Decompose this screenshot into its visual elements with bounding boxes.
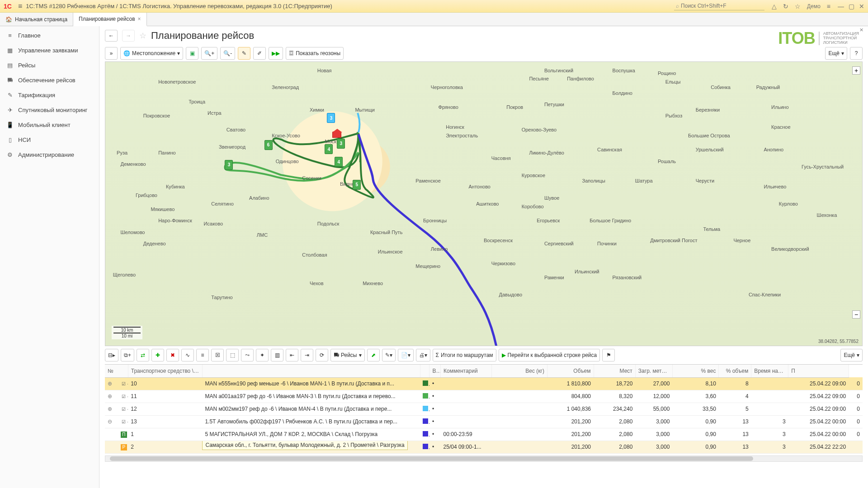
- edit-trip-button[interactable]: ✎▾: [382, 349, 396, 361]
- fit-button[interactable]: ▣: [186, 47, 198, 60]
- favorite-icon[interactable]: ☆: [139, 31, 146, 41]
- goto-row-button[interactable]: ▶Перейти к выбранной строке рейса: [499, 349, 600, 361]
- minimize-icon[interactable]: —: [838, 3, 844, 10]
- table-row[interactable]: ⊖☑131.5Т Автомобиль ф002фф197 \ Рябченко…: [105, 415, 863, 428]
- close-icon[interactable]: ✕: [859, 3, 864, 10]
- col-header[interactable]: Транспортное средство \ Водитель \ Контр…: [128, 365, 202, 377]
- map-marker[interactable]: 4: [325, 144, 333, 154]
- page-close-icon[interactable]: ✕: [859, 27, 863, 33]
- sidebar-item-2[interactable]: ▤Рейсы: [0, 58, 99, 73]
- map[interactable]: НоваяВольгинскийВоспушкаПанфиловоНовопет…: [105, 61, 863, 346]
- city-label: Савинская: [597, 147, 622, 152]
- expand-all-button[interactable]: ⇥: [301, 349, 313, 361]
- table-row[interactable]: П15 МАГИСТРАЛЬНАЯ УЛ., ДОМ 7 КОР. 2, МОС…: [105, 428, 863, 441]
- expand-icon[interactable]: ⊖: [108, 418, 112, 425]
- col-header[interactable]: [420, 365, 429, 377]
- tab-close-icon[interactable]: ×: [138, 16, 141, 22]
- map-zoom-out-icon[interactable]: −: [852, 310, 860, 319]
- table-row[interactable]: ⊕☑12MAN м002мм197 реф до -6 \ Иванов MAN…: [105, 403, 863, 415]
- col-header[interactable]: Комментарий: [441, 365, 492, 377]
- show-geozones-button[interactable]: ☲ Показать геозоны: [286, 47, 344, 60]
- sidebar-item-7[interactable]: ▯НСИ: [0, 132, 99, 147]
- map-marker[interactable]: [332, 131, 341, 138]
- bottom-more-button[interactable]: Ещё▾: [840, 349, 863, 361]
- col-header[interactable]: Временное окно: [429, 365, 441, 377]
- col-header[interactable]: Мест: [594, 365, 635, 377]
- col-header[interactable]: Время начала: [751, 365, 788, 377]
- city-label: Березняки: [696, 107, 720, 113]
- help-button[interactable]: ?: [850, 47, 863, 60]
- print-button[interactable]: 🖨▾: [416, 349, 430, 361]
- location-dropdown[interactable]: 🌐 Местоположение ▾: [120, 47, 183, 60]
- optimize-button[interactable]: ✦: [256, 349, 269, 361]
- h-scrollbar[interactable]: [105, 455, 863, 462]
- back-button[interactable]: ←: [105, 30, 118, 42]
- tab-planning[interactable]: Планирование рейсов ×: [73, 13, 146, 26]
- table-row[interactable]: P2Самарская обл., г. Тольятти, бульвар М…: [105, 441, 863, 453]
- expand-icon[interactable]: ⊕: [108, 406, 112, 412]
- col-header[interactable]: №: [105, 365, 128, 377]
- sidebar-item-4[interactable]: ✎Тарификация: [0, 88, 99, 103]
- columns-button[interactable]: ▥: [271, 349, 283, 361]
- demo-label[interactable]: Демо: [807, 3, 821, 9]
- forward-button[interactable]: →: [122, 30, 135, 42]
- swap-button[interactable]: ⇄: [137, 349, 149, 361]
- sidebar-item-5[interactable]: ✈Спутниковый мониторинг: [0, 103, 99, 117]
- collapse-button[interactable]: ⇤: [286, 349, 298, 361]
- tree-button[interactable]: ⊟▸: [105, 349, 118, 361]
- map-marker[interactable]: 6: [264, 140, 273, 150]
- search-input[interactable]: [681, 3, 763, 9]
- add-point-button[interactable]: ✚: [151, 349, 164, 361]
- map-marker[interactable]: 4: [335, 157, 343, 167]
- bell-icon[interactable]: △: [772, 3, 777, 10]
- zoom-out-button[interactable]: 🔍-: [220, 47, 235, 60]
- clear-button[interactable]: ☒: [211, 349, 224, 361]
- play-button[interactable]: ▶▶: [269, 47, 283, 60]
- expand-icon[interactable]: ⊕: [108, 393, 112, 399]
- maximize-icon[interactable]: ▢: [849, 3, 854, 10]
- doc-button[interactable]: 📄▾: [398, 349, 414, 361]
- map-marker[interactable]: 3: [225, 160, 233, 170]
- history-icon[interactable]: ↻: [783, 3, 788, 10]
- sidebar-item-3[interactable]: ⛟Обеспечение рейсов: [0, 73, 99, 88]
- col-header[interactable]: Объем: [547, 365, 594, 377]
- edit-button[interactable]: ✐: [253, 47, 266, 60]
- map-marker[interactable]: 5: [353, 180, 361, 190]
- route-totals-button[interactable]: ΣИтоги по маршрутам: [433, 349, 496, 361]
- map-more-button[interactable]: Ещё▾: [825, 47, 847, 60]
- draw-line-button[interactable]: ✎: [238, 47, 250, 60]
- col-header[interactable]: % объем: [719, 365, 751, 377]
- map-marker[interactable]: 3: [327, 113, 335, 123]
- select-area-button[interactable]: ⬚: [226, 349, 239, 361]
- col-header[interactable]: П: [788, 365, 849, 377]
- tab-home[interactable]: 🏠 Начальная страница: [0, 13, 73, 26]
- expand-icon[interactable]: ⊕: [108, 380, 112, 387]
- table-row[interactable]: ⊕☑11MAN а001аа197 реф до -6 \ Иванов MAN…: [105, 390, 863, 403]
- copy-button[interactable]: ⧉+: [121, 349, 134, 361]
- trips-dropdown[interactable]: ⛟ Рейсы ▾: [330, 349, 364, 361]
- search-box[interactable]: ⌕: [674, 2, 764, 10]
- route-button[interactable]: ⤳: [241, 349, 254, 361]
- burger-icon[interactable]: ≡: [18, 2, 22, 10]
- col-header[interactable]: Загр. метров: [635, 365, 672, 377]
- refresh-button[interactable]: ⟳: [316, 349, 328, 361]
- map-zoom-in-icon[interactable]: +: [852, 66, 860, 75]
- col-header[interactable]: % вес: [672, 365, 719, 377]
- expand-button[interactable]: »: [105, 47, 118, 60]
- menu-icon[interactable]: ≡: [827, 3, 830, 10]
- remove-point-button[interactable]: ✖: [166, 349, 179, 361]
- star-icon[interactable]: ☆: [795, 3, 801, 10]
- col-header[interactable]: Вес (кг): [491, 365, 547, 377]
- sidebar-item-1[interactable]: ▦Управление заявками: [0, 43, 99, 58]
- flag-button[interactable]: ⚑: [602, 349, 615, 361]
- sidebar-item-8[interactable]: ⚙Администрирование: [0, 147, 99, 162]
- sidebar-item-6[interactable]: 📱Мобильный клиент: [0, 117, 99, 132]
- zoom-in-button[interactable]: 🔍+: [201, 47, 217, 60]
- list-button[interactable]: ≡: [196, 349, 209, 361]
- export-button[interactable]: ⬈: [367, 349, 380, 361]
- map-marker[interactable]: 3: [337, 139, 345, 149]
- table-row[interactable]: ⊕☑10MAN н555нн190 реф меньше -6 \ Иванов…: [105, 377, 863, 390]
- sidebar-item-0[interactable]: ≡Главное: [0, 28, 99, 43]
- col-header[interactable]: [202, 365, 420, 377]
- chart-button[interactable]: ∿: [181, 349, 194, 361]
